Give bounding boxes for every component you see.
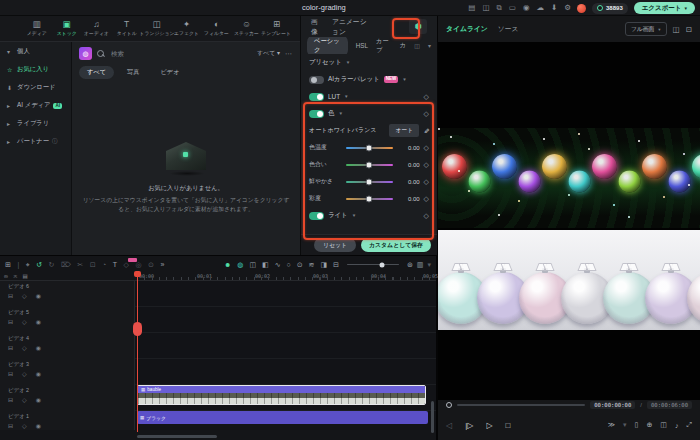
marker-icon[interactable]: ☻	[224, 261, 231, 269]
tint-slider[interactable]	[346, 164, 393, 166]
settings-icon[interactable]: ⚙	[564, 3, 571, 13]
color-toggle[interactable]	[309, 110, 324, 118]
scope-dropdown[interactable]: すべて ▾	[257, 49, 280, 58]
auto-button[interactable]: オート	[389, 124, 419, 137]
save-custom-button[interactable]: カスタムとして保存	[361, 238, 431, 252]
playhead-line[interactable]	[137, 273, 138, 432]
slider-knob[interactable]	[366, 178, 373, 185]
screen-record-icon[interactable]: ⧉	[497, 3, 502, 13]
keyframe-circle-icon[interactable]: ○	[287, 261, 291, 269]
share-icon[interactable]: ◫	[482, 3, 489, 13]
slider-knob[interactable]	[366, 161, 373, 168]
audio-mixer-icon[interactable]: ≋	[309, 261, 315, 269]
snapshot-icon[interactable]: ◫	[660, 421, 667, 429]
more-options-icon[interactable]: ⋯	[285, 50, 293, 58]
vertical-scrollbar[interactable]	[431, 401, 435, 433]
select-tool-icon[interactable]: ⌖	[26, 261, 30, 269]
sidebar-item-personal[interactable]: ▾ 個人	[0, 42, 71, 60]
display-mode-dropdown[interactable]: フル画面 ▾	[625, 22, 667, 36]
zoom-slider-knob[interactable]	[380, 262, 385, 267]
group-icon[interactable]: ◧	[262, 261, 269, 269]
snap-icon[interactable]: ≍	[13, 273, 18, 279]
hide-track-icon[interactable]: ◇	[22, 344, 27, 351]
compare-view-icon[interactable]: ◫	[673, 25, 680, 34]
compound-clip-icon[interactable]: ◫	[249, 261, 256, 269]
nav-audio[interactable]: ♫オーディオ	[82, 20, 111, 37]
hide-track-icon[interactable]: ◇	[22, 370, 27, 377]
mute-track-icon[interactable]: ◉	[36, 370, 41, 377]
tab-timeline[interactable]: タイムライン	[446, 24, 488, 34]
render-preview-button[interactable]: ≫	[608, 421, 615, 429]
nav-transition[interactable]: ◫トランジション	[142, 20, 171, 37]
more-tools-icon[interactable]: »	[160, 261, 164, 268]
preview-viewport[interactable]	[438, 42, 700, 400]
nav-media[interactable]: ▥メディア	[22, 20, 51, 37]
subtab-colorwheel[interactable]: カ	[400, 41, 406, 50]
mute-track-icon[interactable]: ◉	[36, 344, 41, 351]
keyframe-diamond-icon[interactable]: ◇	[424, 178, 429, 186]
tab-source[interactable]: ソース	[498, 24, 519, 34]
undo-icon[interactable]: ↺	[36, 261, 42, 269]
chevron-down-icon[interactable]: ▾	[428, 42, 431, 49]
ripple-edit-icon[interactable]: ▤	[23, 273, 28, 279]
playhead-handle[interactable]	[133, 322, 142, 336]
account-avatar[interactable]	[577, 4, 586, 13]
horizontal-scrollbar[interactable]	[137, 435, 217, 439]
store-icon[interactable]: ▤	[468, 3, 475, 13]
display-icon[interactable]: ▭	[509, 3, 516, 13]
nav-template[interactable]: ⊞テンプレート	[262, 20, 291, 37]
pip-view-icon[interactable]: ⊡	[686, 25, 692, 34]
tab-photos[interactable]: 写真	[119, 66, 147, 79]
coin-balance[interactable]: 38893	[592, 3, 628, 14]
track-height-icon[interactable]: ▥	[417, 261, 424, 269]
media-manager-icon[interactable]: ⊞	[5, 261, 11, 269]
fit-timeline-icon[interactable]: ⊛	[407, 261, 413, 269]
lock-track-icon[interactable]: ⊟	[8, 422, 13, 429]
nav-title[interactable]: Tタイトル	[112, 20, 141, 37]
zoom-level-icon[interactable]: ⊕	[646, 421, 652, 429]
track-height-caret[interactable]: ▾	[427, 261, 431, 269]
hide-track-icon[interactable]: ◇	[22, 318, 27, 325]
search-input[interactable]	[109, 49, 252, 58]
nav-filter[interactable]: ◐フィルター	[202, 20, 231, 37]
keyframe-diamond-icon[interactable]: ◇	[424, 195, 429, 203]
subtab-basic[interactable]: ベーシック	[307, 37, 348, 54]
text-tool-icon[interactable]: T	[113, 261, 117, 268]
snapshot-icon[interactable]: ◉	[523, 3, 530, 13]
device-preview-icon[interactable]: ▯	[635, 421, 639, 429]
split-icon[interactable]: ✂	[77, 261, 83, 269]
nav-sticker[interactable]: ☺ステッカー	[232, 20, 261, 37]
tab-animation[interactable]: アニメーション	[332, 17, 371, 37]
lut-toggle[interactable]	[309, 93, 324, 101]
stop-button[interactable]: □	[506, 421, 511, 430]
speed-icon[interactable]: ◔	[102, 261, 106, 268]
sidebar-item-partner[interactable]: ▸ パートナー ⓘ	[0, 132, 71, 150]
lock-track-icon[interactable]: ⊟	[8, 292, 13, 299]
playhead-head[interactable]	[134, 271, 141, 277]
lock-track-icon[interactable]: ⊟	[8, 396, 13, 403]
mute-track-icon[interactable]: ◉	[36, 318, 41, 325]
hide-track-icon[interactable]: ◇	[22, 422, 27, 429]
mute-track-icon[interactable]: ◉	[36, 396, 41, 403]
render-caret-icon[interactable]: ▾	[623, 421, 627, 429]
vibrance-slider[interactable]	[346, 181, 393, 183]
timeline-ruler[interactable]: ∞≍▤ 00:00 00:01 00:02 00:03 00:04 00:05	[0, 273, 436, 281]
snapshot-clip-icon[interactable]: ◨	[320, 261, 327, 269]
export-button[interactable]: エクスポート ▾	[634, 2, 695, 14]
light-toggle[interactable]	[309, 212, 324, 220]
temperature-slider[interactable]	[346, 147, 393, 149]
redo-icon[interactable]: ↻	[49, 261, 55, 269]
preset-row[interactable]: プリセット ▼	[301, 54, 437, 71]
sidebar-item-downloads[interactable]: ⬇ ダウンロード	[0, 78, 71, 96]
keyframe-icon[interactable]: ◇	[124, 261, 129, 269]
ai-palette-toggle[interactable]	[309, 76, 324, 84]
giphy-button[interactable]: ◍	[79, 47, 92, 60]
lock-track-icon[interactable]: ⊟	[8, 318, 13, 325]
keyframe-diamond-icon[interactable]: ◇	[424, 144, 429, 152]
sidebar-item-favorites[interactable]: ☆ お気に入り	[0, 60, 71, 78]
hide-track-icon[interactable]: ◇	[22, 292, 27, 299]
link-clips-icon[interactable]: ∞	[4, 273, 8, 279]
scrubber-track[interactable]	[457, 404, 585, 406]
subtab-curves[interactable]: カーブ	[376, 37, 392, 54]
fullscreen-icon[interactable]: ⤢	[686, 421, 692, 429]
